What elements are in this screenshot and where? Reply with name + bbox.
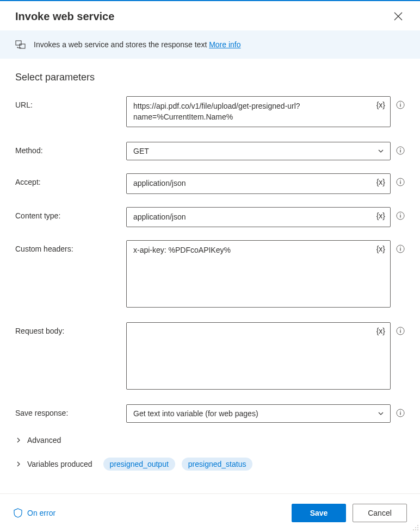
- more-info-link[interactable]: More info: [209, 40, 240, 49]
- info-banner: Invokes a web service and stores the res…: [0, 30, 420, 59]
- field-custom-headers: Custom headers: x-api-key: %PDFcoAPIKey%…: [15, 240, 405, 309]
- on-error-button[interactable]: On error: [13, 508, 55, 518]
- svg-point-26: [417, 529, 418, 530]
- advanced-section-toggle[interactable]: Advanced: [15, 436, 405, 445]
- dialog-header: Invoke web service: [0, 1, 420, 30]
- variable-selector-button[interactable]: {x}: [374, 210, 387, 221]
- on-error-label: On error: [27, 509, 55, 517]
- content-type-label: Content type:: [15, 207, 126, 220]
- svg-rect-4: [400, 104, 400, 107]
- request-body-input[interactable]: [126, 322, 391, 390]
- content-type-input[interactable]: [126, 207, 391, 228]
- banner-text: Invokes a web service and stores the res…: [34, 40, 241, 49]
- banner-description: Invokes a web service and stores the res…: [34, 40, 209, 49]
- dialog-title: Invoke web service: [15, 10, 114, 23]
- shield-icon: [13, 508, 23, 518]
- svg-point-12: [400, 213, 401, 214]
- method-dropdown[interactable]: GET: [126, 142, 391, 160]
- svg-rect-13: [400, 215, 400, 217]
- field-content-type: Content type: {x}: [15, 207, 405, 228]
- svg-point-25: [415, 527, 416, 528]
- close-button[interactable]: [392, 10, 405, 23]
- variables-produced-label: Variables produced: [27, 460, 92, 468]
- custom-headers-input[interactable]: x-api-key: %PDFcoAPIKey%: [126, 240, 391, 308]
- section-title: Select parameters: [15, 72, 405, 83]
- variable-selector-button[interactable]: {x}: [374, 243, 387, 254]
- variable-selector-button[interactable]: {x}: [374, 326, 387, 336]
- method-label: Method:: [15, 142, 126, 155]
- svg-point-27: [415, 529, 416, 530]
- svg-point-24: [417, 527, 418, 528]
- variable-selector-button[interactable]: {x}: [374, 177, 387, 187]
- cancel-button[interactable]: Cancel: [353, 504, 407, 522]
- svg-rect-22: [400, 412, 400, 415]
- info-icon[interactable]: [396, 409, 405, 417]
- svg-point-18: [400, 329, 401, 330]
- field-method: Method: GET: [15, 142, 405, 160]
- accept-input[interactable]: [126, 173, 391, 194]
- url-label: URL:: [15, 96, 126, 109]
- custom-headers-label: Custom headers:: [15, 240, 126, 253]
- save-button[interactable]: Save: [292, 504, 346, 522]
- field-request-body: Request body: {x}: [15, 322, 405, 391]
- info-icon[interactable]: [396, 101, 405, 109]
- svg-point-6: [400, 148, 401, 149]
- svg-rect-7: [400, 150, 400, 153]
- variable-chip-presigned-output[interactable]: presigned_output: [103, 458, 175, 471]
- url-input[interactable]: https://api.pdf.co/v1/file/upload/get-pr…: [126, 96, 391, 127]
- svg-rect-19: [400, 330, 400, 333]
- svg-rect-10: [400, 181, 400, 184]
- close-icon: [394, 12, 403, 21]
- advanced-label: Advanced: [27, 436, 61, 445]
- variable-selector-button[interactable]: {x}: [374, 99, 387, 110]
- variable-chip-presigned-status[interactable]: presigned_status: [182, 458, 253, 471]
- web-service-icon: [15, 39, 26, 50]
- dialog-content: Select parameters URL: https://api.pdf.c…: [0, 59, 420, 493]
- chevron-right-icon: [15, 461, 22, 467]
- save-response-label: Save response:: [15, 404, 126, 417]
- info-icon[interactable]: [396, 327, 405, 335]
- info-icon[interactable]: [396, 211, 405, 220]
- resize-grip-icon[interactable]: [412, 524, 419, 531]
- svg-point-15: [400, 247, 401, 248]
- svg-point-9: [400, 180, 401, 181]
- svg-point-3: [400, 103, 401, 104]
- svg-point-21: [400, 411, 401, 412]
- variables-produced-toggle[interactable]: Variables produced presigned_output pres…: [15, 458, 405, 471]
- info-icon[interactable]: [396, 245, 405, 253]
- svg-rect-0: [16, 41, 21, 45]
- svg-point-28: [413, 529, 414, 530]
- svg-rect-16: [400, 248, 400, 251]
- info-icon[interactable]: [396, 146, 405, 155]
- dialog-footer: On error Save Cancel: [0, 493, 420, 532]
- field-accept: Accept: {x}: [15, 173, 405, 194]
- info-icon[interactable]: [396, 178, 405, 186]
- field-save-response: Save response: Get text into variable (f…: [15, 404, 405, 423]
- save-response-dropdown[interactable]: Get text into variable (for web pages): [126, 404, 391, 423]
- accept-label: Accept:: [15, 173, 126, 186]
- request-body-label: Request body:: [15, 322, 126, 335]
- field-url: URL: https://api.pdf.co/v1/file/upload/g…: [15, 96, 405, 129]
- svg-point-23: [417, 525, 418, 526]
- chevron-right-icon: [15, 437, 22, 443]
